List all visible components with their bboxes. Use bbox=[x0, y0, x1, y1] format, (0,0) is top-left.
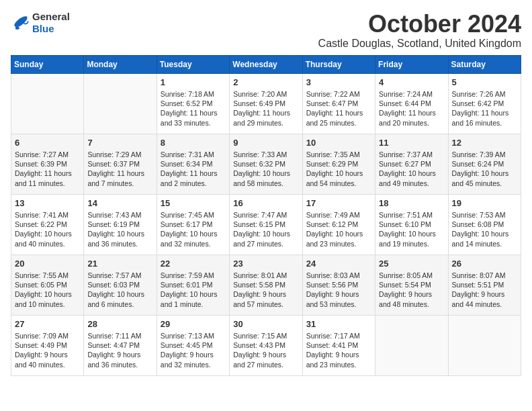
day-number: 15 bbox=[161, 197, 226, 210]
weekday-header-tuesday: Tuesday bbox=[157, 55, 229, 73]
day-number: 26 bbox=[452, 258, 517, 270]
calendar-cell: 31Sunrise: 7:17 AMSunset: 4:41 PMDayligh… bbox=[302, 315, 375, 375]
calendar-cell: 25Sunrise: 8:05 AMSunset: 5:54 PMDayligh… bbox=[375, 255, 448, 315]
calendar-cell bbox=[448, 315, 521, 375]
cell-info: Sunrise: 7:53 AMSunset: 6:08 PMDaylight:… bbox=[452, 210, 517, 248]
cell-info: Sunrise: 7:41 AMSunset: 6:22 PMDaylight:… bbox=[15, 210, 80, 248]
cell-info: Sunrise: 7:47 AMSunset: 6:15 PMDaylight:… bbox=[233, 210, 298, 248]
calendar-cell: 10Sunrise: 7:35 AMSunset: 6:29 PMDayligh… bbox=[302, 134, 375, 194]
calendar-cell: 17Sunrise: 7:49 AMSunset: 6:12 PMDayligh… bbox=[302, 194, 375, 255]
day-number: 24 bbox=[306, 258, 371, 270]
week-row-4: 20Sunrise: 7:55 AMSunset: 6:05 PMDayligh… bbox=[11, 255, 521, 315]
day-number: 27 bbox=[15, 318, 80, 330]
calendar-cell: 18Sunrise: 7:51 AMSunset: 6:10 PMDayligh… bbox=[375, 194, 448, 255]
cell-info: Sunrise: 7:51 AMSunset: 6:10 PMDaylight:… bbox=[379, 210, 444, 248]
cell-info: Sunrise: 8:05 AMSunset: 5:54 PMDaylight:… bbox=[379, 271, 444, 309]
calendar-cell: 3Sunrise: 7:22 AMSunset: 6:47 PMDaylight… bbox=[302, 73, 375, 134]
logo: General Blue bbox=[11, 11, 70, 35]
logo-blue: Blue bbox=[32, 23, 54, 34]
cell-info: Sunrise: 8:01 AMSunset: 5:58 PMDaylight:… bbox=[233, 271, 298, 309]
weekday-header-saturday: Saturday bbox=[448, 55, 521, 73]
calendar-cell bbox=[375, 315, 448, 375]
day-number: 23 bbox=[233, 258, 298, 270]
cell-info: Sunrise: 7:57 AMSunset: 6:03 PMDaylight:… bbox=[87, 271, 152, 309]
calendar-cell: 15Sunrise: 7:45 AMSunset: 6:17 PMDayligh… bbox=[157, 194, 229, 255]
day-number: 2 bbox=[233, 77, 298, 89]
cell-info: Sunrise: 7:31 AMSunset: 6:34 PMDaylight:… bbox=[161, 150, 226, 188]
weekday-header-thursday: Thursday bbox=[302, 55, 375, 73]
week-row-5: 27Sunrise: 7:09 AMSunset: 4:49 PMDayligh… bbox=[11, 315, 521, 375]
cell-info: Sunrise: 7:35 AMSunset: 6:29 PMDaylight:… bbox=[306, 150, 371, 188]
day-number: 8 bbox=[161, 137, 226, 149]
cell-info: Sunrise: 7:43 AMSunset: 6:19 PMDaylight:… bbox=[87, 210, 152, 248]
day-number: 22 bbox=[161, 258, 226, 270]
cell-info: Sunrise: 7:27 AMSunset: 6:39 PMDaylight:… bbox=[15, 150, 80, 188]
week-row-2: 6Sunrise: 7:27 AMSunset: 6:39 PMDaylight… bbox=[11, 134, 521, 194]
day-number: 5 bbox=[452, 77, 517, 89]
cell-info: Sunrise: 7:39 AMSunset: 6:24 PMDaylight:… bbox=[452, 150, 517, 188]
calendar-cell: 16Sunrise: 7:47 AMSunset: 6:15 PMDayligh… bbox=[230, 194, 302, 255]
day-number: 11 bbox=[379, 137, 444, 149]
cell-info: Sunrise: 7:20 AMSunset: 6:49 PMDaylight:… bbox=[233, 89, 298, 128]
calendar-cell: 28Sunrise: 7:11 AMSunset: 4:47 PMDayligh… bbox=[84, 315, 157, 375]
day-number: 19 bbox=[452, 197, 517, 210]
cell-info: Sunrise: 7:17 AMSunset: 4:41 PMDaylight:… bbox=[306, 331, 371, 369]
week-row-1: 1Sunrise: 7:18 AMSunset: 6:52 PMDaylight… bbox=[11, 73, 521, 134]
header: General Blue October 2024 Castle Douglas… bbox=[11, 11, 521, 50]
calendar-body: 1Sunrise: 7:18 AMSunset: 6:52 PMDaylight… bbox=[11, 73, 521, 375]
calendar-cell: 23Sunrise: 8:01 AMSunset: 5:58 PMDayligh… bbox=[230, 255, 302, 315]
cell-info: Sunrise: 7:55 AMSunset: 6:05 PMDaylight:… bbox=[15, 271, 80, 309]
cell-info: Sunrise: 7:37 AMSunset: 6:27 PMDaylight:… bbox=[379, 150, 444, 188]
calendar-cell bbox=[84, 73, 157, 134]
cell-info: Sunrise: 7:11 AMSunset: 4:47 PMDaylight:… bbox=[87, 331, 152, 369]
calendar-cell: 29Sunrise: 7:13 AMSunset: 4:45 PMDayligh… bbox=[157, 315, 229, 375]
weekday-header-friday: Friday bbox=[375, 55, 448, 73]
day-number: 18 bbox=[379, 197, 444, 210]
cell-info: Sunrise: 8:07 AMSunset: 5:51 PMDaylight:… bbox=[452, 271, 517, 309]
calendar-cell: 2Sunrise: 7:20 AMSunset: 6:49 PMDaylight… bbox=[230, 73, 302, 134]
calendar-cell: 7Sunrise: 7:29 AMSunset: 6:37 PMDaylight… bbox=[84, 134, 157, 194]
calendar-cell: 22Sunrise: 7:59 AMSunset: 6:01 PMDayligh… bbox=[157, 255, 229, 315]
calendar-cell bbox=[11, 73, 84, 134]
day-number: 1 bbox=[161, 77, 226, 89]
day-number: 31 bbox=[306, 318, 371, 330]
title-area: October 2024 Castle Douglas, Scotland, U… bbox=[318, 11, 521, 50]
cell-info: Sunrise: 7:15 AMSunset: 4:43 PMDaylight:… bbox=[233, 331, 298, 369]
calendar-table: SundayMondayTuesdayWednesdayThursdayFrid… bbox=[11, 55, 521, 376]
cell-info: Sunrise: 7:09 AMSunset: 4:49 PMDaylight:… bbox=[15, 331, 80, 369]
weekday-header-sunday: Sunday bbox=[11, 55, 84, 73]
weekday-header-wednesday: Wednesday bbox=[230, 55, 302, 73]
day-number: 6 bbox=[15, 137, 80, 149]
cell-info: Sunrise: 7:18 AMSunset: 6:52 PMDaylight:… bbox=[161, 89, 226, 128]
cell-info: Sunrise: 7:24 AMSunset: 6:44 PMDaylight:… bbox=[379, 89, 444, 128]
calendar-cell: 30Sunrise: 7:15 AMSunset: 4:43 PMDayligh… bbox=[230, 315, 302, 375]
logo-icon bbox=[11, 15, 30, 30]
calendar-cell: 14Sunrise: 7:43 AMSunset: 6:19 PMDayligh… bbox=[84, 194, 157, 255]
cell-info: Sunrise: 7:49 AMSunset: 6:12 PMDaylight:… bbox=[306, 210, 371, 248]
weekday-header-monday: Monday bbox=[84, 55, 157, 73]
day-number: 16 bbox=[233, 197, 298, 210]
day-number: 4 bbox=[379, 77, 444, 89]
calendar-cell: 13Sunrise: 7:41 AMSunset: 6:22 PMDayligh… bbox=[11, 194, 84, 255]
calendar-cell: 19Sunrise: 7:53 AMSunset: 6:08 PMDayligh… bbox=[448, 194, 521, 255]
calendar-cell: 11Sunrise: 7:37 AMSunset: 6:27 PMDayligh… bbox=[375, 134, 448, 194]
day-number: 3 bbox=[306, 77, 371, 89]
day-number: 28 bbox=[87, 318, 152, 330]
day-number: 12 bbox=[452, 137, 517, 149]
day-number: 25 bbox=[379, 258, 444, 270]
calendar-cell: 4Sunrise: 7:24 AMSunset: 6:44 PMDaylight… bbox=[375, 73, 448, 134]
day-number: 10 bbox=[306, 137, 371, 149]
calendar-cell: 20Sunrise: 7:55 AMSunset: 6:05 PMDayligh… bbox=[11, 255, 84, 315]
day-number: 29 bbox=[161, 318, 226, 330]
day-number: 14 bbox=[87, 197, 152, 210]
week-row-3: 13Sunrise: 7:41 AMSunset: 6:22 PMDayligh… bbox=[11, 194, 521, 255]
location-title: Castle Douglas, Scotland, United Kingdom bbox=[318, 38, 521, 50]
calendar-cell: 6Sunrise: 7:27 AMSunset: 6:39 PMDaylight… bbox=[11, 134, 84, 194]
day-number: 13 bbox=[15, 197, 80, 210]
day-number: 20 bbox=[15, 258, 80, 270]
calendar-cell: 24Sunrise: 8:03 AMSunset: 5:56 PMDayligh… bbox=[302, 255, 375, 315]
cell-info: Sunrise: 8:03 AMSunset: 5:56 PMDaylight:… bbox=[306, 271, 371, 309]
cell-info: Sunrise: 7:45 AMSunset: 6:17 PMDaylight:… bbox=[161, 210, 226, 248]
day-number: 7 bbox=[87, 137, 152, 149]
cell-info: Sunrise: 7:22 AMSunset: 6:47 PMDaylight:… bbox=[306, 89, 371, 128]
